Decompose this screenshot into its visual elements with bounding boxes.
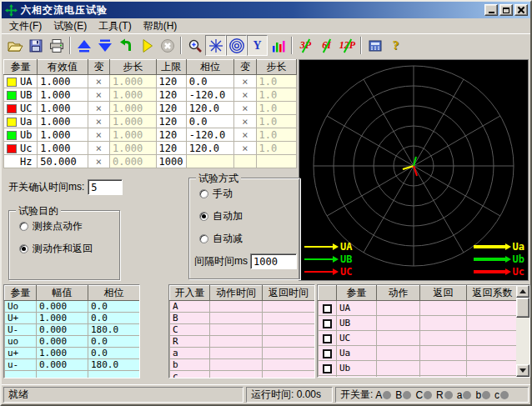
zoom-button[interactable] (184, 35, 205, 56)
three-phase-button[interactable]: 3P (295, 35, 316, 56)
param-cell[interactable]: × (234, 128, 256, 142)
print-button[interactable] (46, 35, 67, 56)
seq-cell: 0.000 (37, 324, 88, 336)
param-cell[interactable]: × (234, 88, 256, 102)
row-checkbox[interactable] (323, 364, 332, 373)
input-cell (263, 336, 315, 348)
circle-view-button[interactable] (226, 35, 247, 56)
input-cell: C (170, 324, 210, 336)
param-cell[interactable]: × (234, 115, 256, 128)
close-button[interactable] (514, 4, 528, 16)
result-cell (420, 316, 467, 331)
vector-view-button[interactable] (205, 35, 226, 56)
interval-time-input[interactable] (250, 253, 297, 269)
bar-view-button[interactable] (268, 35, 289, 56)
param-cell[interactable]: -120.0 (186, 128, 233, 142)
open-button[interactable] (4, 35, 25, 56)
column-header: 参量 (5, 286, 37, 301)
param-cell[interactable]: 120.0 (186, 102, 233, 115)
switch-dot-icon (482, 391, 490, 399)
scroll-down-button[interactable] (516, 364, 529, 377)
radio-option[interactable]: 测接点动作 (19, 219, 119, 233)
param-header-row: 参量有效值变步长上限相位变步长 (4, 60, 297, 75)
switch-label: R (436, 389, 444, 401)
scrollbar-thumb[interactable] (516, 298, 529, 318)
start-test-button[interactable] (136, 35, 157, 56)
seq-cell: 0.0 (88, 348, 140, 359)
result-table-panel: 参量动作返回返回系数 UAUBUCUaUbUc (317, 284, 530, 378)
radio-icon (199, 189, 208, 198)
param-cell[interactable]: × (234, 75, 256, 88)
param-cell[interactable]: 0.0 (186, 75, 233, 88)
param-cell[interactable]: × (234, 102, 256, 115)
row-checkbox[interactable] (323, 349, 332, 358)
param-cell[interactable]: 1.000 (38, 128, 88, 142)
twelve-phase-button[interactable]: 12P (337, 35, 358, 56)
param-cell[interactable]: × (88, 155, 109, 168)
menu-item-4[interactable]: 帮助(H) (138, 18, 183, 34)
param-cell[interactable]: × (88, 102, 109, 115)
maximize-button[interactable] (499, 4, 513, 16)
radio-option[interactable]: 测动作和返回 (19, 242, 119, 256)
param-cell[interactable]: × (88, 88, 109, 102)
param-cell[interactable]: × (88, 75, 109, 88)
raise-value-button[interactable] (73, 35, 94, 56)
reset-button[interactable] (115, 35, 136, 56)
param-cell[interactable]: 120 (156, 88, 186, 102)
param-cell[interactable]: 1.000 (38, 142, 88, 155)
result-scrollbar[interactable] (516, 285, 529, 377)
param-cell[interactable]: 120 (156, 102, 186, 115)
minimize-button[interactable] (484, 4, 498, 16)
param-cell[interactable]: × (88, 115, 109, 128)
menu-item-1[interactable]: 文件(F) (3, 18, 48, 34)
param-cell: 1.000 (110, 142, 156, 155)
row-checkbox[interactable] (323, 304, 332, 313)
param-cell[interactable]: 0.0 (186, 115, 233, 128)
switch-status-label: 开关量: (340, 388, 373, 402)
param-cell[interactable]: 120 (156, 142, 186, 155)
menu-item-3[interactable]: 工具(T) (93, 18, 137, 34)
bar-chart-icon (270, 38, 287, 54)
scroll-up-button[interactable] (516, 285, 529, 298)
param-cell[interactable]: -120.0 (186, 88, 233, 102)
confirm-time-input[interactable] (88, 179, 123, 195)
input-cell (210, 301, 263, 313)
calculator-button[interactable] (364, 35, 385, 56)
six-current-button[interactable]: 6I (316, 35, 337, 56)
param-cell[interactable]: 120 (156, 115, 186, 128)
param-cell[interactable]: 1.000 (38, 102, 88, 115)
table-row: Ub (319, 361, 519, 376)
save-button[interactable] (25, 35, 46, 56)
param-name: Ub (20, 129, 32, 141)
row-checkbox[interactable] (323, 319, 332, 328)
param-cell[interactable]: 120.0 (186, 142, 233, 155)
row-checkbox[interactable] (323, 334, 332, 343)
param-cell[interactable]: × (88, 142, 109, 155)
param-cell[interactable]: 120 (156, 75, 186, 88)
arrow-icon (304, 246, 333, 248)
param-cell[interactable]: 1.000 (38, 115, 88, 128)
table-row (5, 371, 140, 379)
param-cell[interactable]: 1.000 (38, 75, 88, 88)
input-cell: a (170, 348, 210, 359)
six-current-label: 6I (322, 39, 331, 52)
param-cell[interactable]: 50.000 (38, 155, 88, 168)
checkbox-cell (319, 331, 337, 346)
confirm-time-row: 开关确认时间ms: (8, 179, 123, 195)
param-name: Uc (20, 143, 32, 154)
param-cell[interactable]: 1.000 (38, 88, 88, 102)
param-cell[interactable]: 1000 (156, 155, 186, 168)
radio-option[interactable]: 手动 (199, 187, 299, 201)
radio-option[interactable]: 自动减 (199, 232, 299, 246)
menu-item-2[interactable]: 试验(E) (48, 18, 93, 34)
param-cell[interactable]: × (234, 142, 256, 155)
param-cell[interactable]: 120 (156, 128, 186, 142)
param-cell[interactable]: × (88, 128, 109, 142)
lower-value-button[interactable] (94, 35, 115, 56)
radio-option[interactable]: 自动加 (199, 209, 299, 223)
help-button[interactable]: ? (385, 35, 406, 56)
seq-cell: U- (5, 324, 37, 336)
test-purpose-group: 试验目的 测接点动作测动作和返回 (8, 210, 120, 280)
table-row: c (170, 371, 315, 379)
y-view-button[interactable]: Y (247, 35, 268, 56)
